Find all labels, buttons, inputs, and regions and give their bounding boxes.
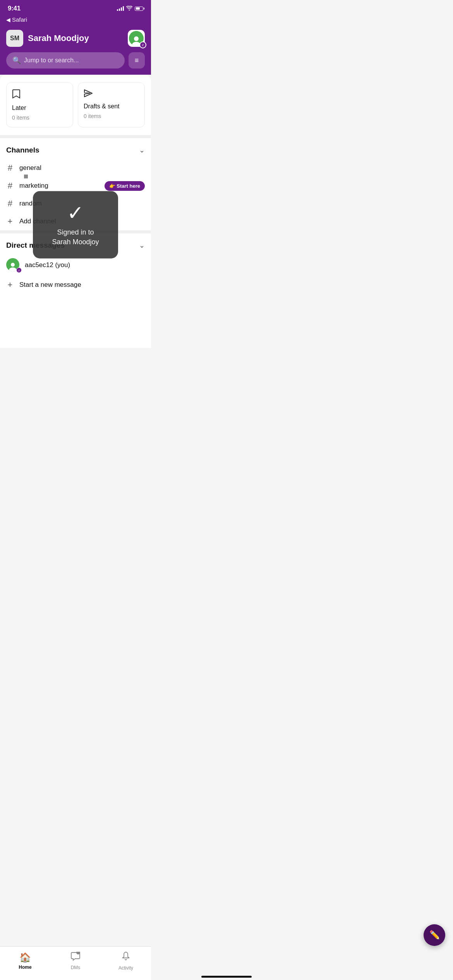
quick-cards-row: Later 0 items Drafts & sent 0 items — [0, 75, 151, 135]
channels-title: Channels — [6, 146, 39, 154]
search-icon: 🔍 — [12, 56, 21, 65]
status-icons — [117, 6, 143, 12]
sleep-status-badge: z — [139, 41, 146, 48]
channels-header: Channels ⌄ — [6, 138, 145, 159]
start-here-badge[interactable]: 👉 Start here — [105, 181, 145, 191]
safari-back-label[interactable]: Safari — [12, 16, 27, 23]
search-row: 🔍 Jump to or search... ≡ — [0, 52, 151, 75]
status-time: 9:41 — [8, 5, 21, 12]
header-left: SM Sarah Moodjoy — [6, 30, 89, 47]
later-count: 0 items — [12, 115, 67, 121]
sleep-badge-dm: z — [16, 267, 22, 273]
signal-icon — [117, 6, 124, 11]
workspace-avatar[interactable]: SM — [6, 30, 23, 47]
filter-icon: ≡ — [135, 57, 139, 65]
later-card[interactable]: Later 0 items — [6, 82, 73, 127]
section-divider — [0, 135, 151, 138]
safari-navigation-bar[interactable]: ◀ Safari — [0, 15, 151, 26]
dm-name-self: aac5ec12 (you) — [25, 261, 70, 269]
hash-icon: # — [6, 163, 14, 173]
filter-button[interactable]: ≡ — [129, 52, 145, 69]
start-new-message-item[interactable]: + Start a new message — [6, 276, 145, 294]
notification-dot — [24, 175, 28, 178]
hash-icon: # — [6, 199, 14, 209]
svg-point-0 — [134, 36, 139, 41]
signed-in-toast: ✓ Signed in to Sarah Moodjoy — [33, 191, 118, 259]
app-header: SM Sarah Moodjoy z — [0, 26, 151, 52]
dm-collapse-icon[interactable]: ⌄ — [139, 241, 145, 250]
drafts-title: Drafts & sent — [84, 103, 139, 110]
workspace-name: Sarah Moodjoy — [28, 33, 89, 43]
toast-message: Signed in to Sarah Moodjoy — [52, 228, 99, 247]
search-placeholder: Jump to or search... — [24, 57, 79, 64]
user-profile-button[interactable]: z — [128, 30, 145, 47]
dm-avatar-self: z — [6, 258, 20, 272]
channel-name-marketing: marketing — [19, 182, 48, 190]
channel-name-general: general — [19, 164, 41, 172]
start-new-message-label: Start a new message — [19, 281, 81, 289]
svg-point-3 — [9, 267, 17, 271]
back-chevron-icon: ◀ — [6, 17, 10, 23]
checkmark-icon: ✓ — [67, 203, 84, 223]
channels-collapse-icon[interactable]: ⌄ — [139, 146, 145, 154]
battery-icon — [135, 7, 143, 11]
wifi-icon — [126, 6, 132, 12]
drafts-count: 0 items — [84, 113, 139, 119]
plus-icon: + — [6, 216, 14, 226]
later-title: Later — [12, 105, 67, 111]
bottom-spacer — [6, 294, 145, 348]
main-content: Later 0 items Drafts & sent 0 items Chan… — [0, 75, 151, 348]
send-icon — [84, 89, 139, 100]
bookmark-icon — [12, 89, 67, 101]
hash-icon: # — [6, 181, 14, 191]
status-bar: 9:41 — [0, 0, 151, 15]
plus-icon-dm: + — [6, 280, 14, 290]
drafts-sent-card[interactable]: Drafts & sent 0 items — [78, 82, 145, 127]
search-input[interactable]: 🔍 Jump to or search... — [6, 52, 125, 69]
svg-point-2 — [11, 263, 15, 267]
